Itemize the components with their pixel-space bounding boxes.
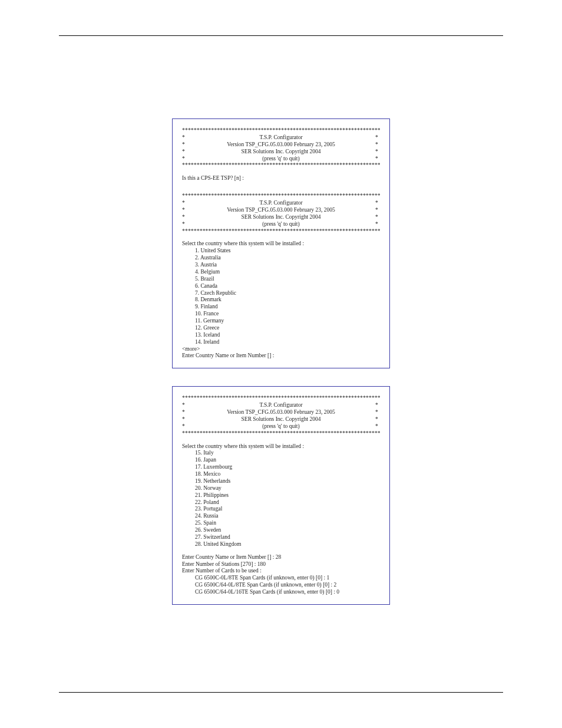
- list-item: 24. Russia: [182, 513, 380, 520]
- enter-cards-header: Enter Number of Cards to be used :: [182, 568, 380, 575]
- banner-copyright: SER Solutions Inc. Copyright 2004: [187, 416, 375, 423]
- country-list-1: 1. United States2. Australia3. Austria4.…: [182, 248, 380, 345]
- banner-row: * (press 'q' to quit) *: [182, 156, 380, 163]
- enter-country-prompt: Enter Country Name or Item Number [] :: [182, 353, 380, 360]
- list-item: 10. France: [182, 311, 380, 318]
- terminal-box-1: ****************************************…: [172, 118, 390, 368]
- bottom-horizontal-rule: [59, 692, 503, 693]
- list-item: CG 6500C-0L/8TE Span Cards (if unknown, …: [182, 575, 380, 582]
- select-country-title: Select the country where this system wil…: [182, 241, 380, 248]
- banner-row: * SER Solutions Inc. Copyright 2004 *: [182, 149, 380, 156]
- banner-row: * T.S.P. Configurator *: [182, 402, 380, 409]
- more-indicator: <more>: [182, 346, 380, 353]
- enter-stations-answer: Enter Number of Stations [270] : 180: [182, 561, 380, 568]
- list-item: 19. Netherlands: [182, 478, 380, 485]
- star-line: ****************************************…: [182, 127, 380, 134]
- banner-row: * Version TSP_CFG.05.03.000 February 23,…: [182, 409, 380, 416]
- list-item: 5. Brazil: [182, 276, 380, 283]
- list-item: 23. Portugal: [182, 506, 380, 513]
- list-item: CG 6500C/64-0L/16TE Span Cards (if unkno…: [182, 589, 380, 596]
- banner-version: Version TSP_CFG.05.03.000 February 23, 2…: [187, 409, 375, 416]
- star-right: *: [375, 134, 380, 141]
- banner-quit-hint: (press 'q' to quit): [187, 156, 375, 163]
- banner-copyright: SER Solutions Inc. Copyright 2004: [187, 149, 375, 156]
- list-item: 3. Austria: [182, 262, 380, 269]
- banner-row: * T.S.P. Configurator *: [182, 200, 380, 207]
- star-line: ****************************************…: [182, 395, 380, 402]
- document-page: ****************************************…: [0, 0, 562, 728]
- list-item: CG 6500C/64-0L/8TE Span Cards (if unknow…: [182, 582, 380, 589]
- star-line: ****************************************…: [182, 162, 380, 169]
- list-item: 25. Spain: [182, 520, 380, 527]
- list-item: 2. Australia: [182, 255, 380, 262]
- banner-row: * Version TSP_CFG.05.03.000 February 23,…: [182, 207, 380, 214]
- banner-quit-hint: (press 'q' to quit): [187, 221, 375, 228]
- list-item: 26. Sweden: [182, 527, 380, 534]
- list-item: 1. United States: [182, 248, 380, 255]
- star-left: *: [182, 134, 187, 141]
- list-item: 4. Belgium: [182, 269, 380, 276]
- banner-title: T.S.P. Configurator: [187, 402, 375, 409]
- list-item: 8. Denmark: [182, 297, 380, 304]
- banner-row: * T.S.P. Configurator *: [182, 134, 380, 141]
- list-item: 27. Switzerland: [182, 534, 380, 541]
- banner-version: Version TSP_CFG.05.03.000 February 23, 2…: [187, 207, 375, 214]
- banner-row: * SER Solutions Inc. Copyright 2004 *: [182, 416, 380, 423]
- select-country-title: Select the country where this system wil…: [182, 443, 380, 450]
- banner-row: * Version TSP_CFG.05.03.000 February 23,…: [182, 141, 380, 149]
- list-item: 6. Canada: [182, 283, 380, 290]
- list-item: 22. Poland: [182, 499, 380, 506]
- banner-row: * (press 'q' to quit) *: [182, 423, 380, 430]
- prompt-cps-ee: Is this a CPS-EE TSP? [n] :: [182, 175, 380, 182]
- list-item: 9. Finland: [182, 304, 380, 311]
- star-line: ****************************************…: [182, 430, 380, 437]
- star-line: ****************************************…: [182, 228, 380, 235]
- banner-title: T.S.P. Configurator: [187, 134, 375, 141]
- list-item: 12. Greece: [182, 325, 380, 332]
- enter-country-answer: Enter Country Name or Item Number [] : 2…: [182, 554, 380, 561]
- top-horizontal-rule: [59, 35, 503, 36]
- banner-title: T.S.P. Configurator: [187, 200, 375, 207]
- banner-row: * (press 'q' to quit) *: [182, 221, 380, 228]
- list-item: 15. Italy: [182, 450, 380, 457]
- list-item: 16. Japan: [182, 457, 380, 464]
- list-item: 20. Norway: [182, 485, 380, 492]
- list-item: 21. Philippines: [182, 492, 380, 499]
- star-line: ****************************************…: [182, 193, 380, 200]
- banner-version: Version TSP_CFG.05.03.000 February 23, 2…: [187, 141, 375, 149]
- list-item: 18. Mexico: [182, 471, 380, 478]
- terminal-box-2: ****************************************…: [172, 386, 390, 605]
- list-item: 11. Germany: [182, 318, 380, 325]
- banner-copyright: SER Solutions Inc. Copyright 2004: [187, 214, 375, 221]
- list-item: 17. Luxembourg: [182, 464, 380, 471]
- country-list-2: 15. Italy16. Japan17. Luxembourg18. Mexi…: [182, 450, 380, 548]
- cards-list: CG 6500C-0L/8TE Span Cards (if unknown, …: [182, 575, 380, 596]
- list-item: 7. Czech Republic: [182, 290, 380, 297]
- list-item: 28. United Kingdom: [182, 541, 380, 548]
- banner-quit-hint: (press 'q' to quit): [187, 423, 375, 430]
- list-item: 13. Iceland: [182, 332, 380, 339]
- banner-row: * SER Solutions Inc. Copyright 2004 *: [182, 214, 380, 221]
- list-item: 14. Ireland: [182, 339, 380, 346]
